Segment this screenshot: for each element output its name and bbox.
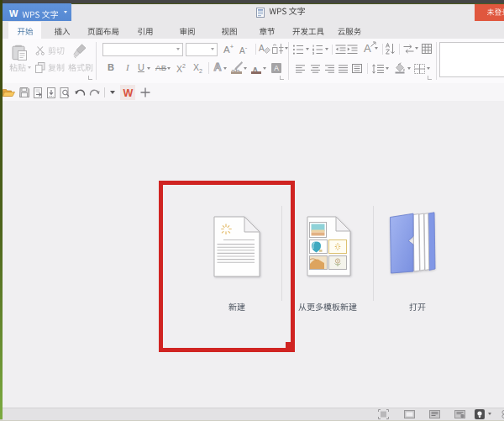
undo-icon[interactable] [75,88,86,97]
align-distribute-icon[interactable] [352,64,362,73]
increase-indent-icon[interactable] [347,45,358,55]
decrease-font-button[interactable]: A- [239,45,247,55]
app-tab-label: WPS 文字 [22,10,58,20]
draft-view-icon[interactable] [454,410,465,418]
clear-format-button[interactable]: A [259,44,270,55]
paste-button[interactable]: 粘贴 [7,44,34,74]
subscript-button[interactable]: X2 [193,63,202,74]
numbered-list-caret-icon[interactable] [325,48,328,50]
subscript-mark: 2 [199,68,202,74]
paste-label: 粘贴 [9,63,26,73]
highlight-pen-icon [233,61,243,71]
strikethrough-caret-icon[interactable] [167,67,171,70]
font-name-select[interactable] [102,43,183,56]
document-tab-label: W [123,87,133,99]
paragraph-marks-icon[interactable] [403,45,414,54]
text-effects-button[interactable]: A [213,62,223,73]
underline-button[interactable]: U [138,63,144,72]
font-size-caret-icon[interactable] [211,48,214,50]
outline-view-icon[interactable] [429,410,440,418]
paragraph-dialog-launcher[interactable] [428,76,432,80]
copy-button[interactable]: 复制 [35,62,66,74]
align-right-icon[interactable] [325,65,334,73]
save-icon[interactable] [19,87,29,97]
decrease-font-label: A [239,46,245,55]
tab-home[interactable]: 开始 [8,22,41,39]
zoom-control-partial-icon[interactable] [500,410,504,418]
toolbar-caret-icon[interactable] [110,91,115,94]
fit-page-icon[interactable] [378,409,389,419]
highlight-rectangle [159,181,295,352]
line-spacing-icon[interactable] [372,64,384,74]
char-shading-button[interactable]: A [271,63,281,73]
increase-font-sign: + [230,43,234,50]
shading-bucket-icon[interactable] [393,62,407,74]
eye-protect-button[interactable] [475,409,485,419]
borders-icon[interactable] [414,64,425,74]
text-effects-caret-icon[interactable] [223,67,227,70]
align-justify-icon[interactable] [339,65,348,73]
paragraph-marks-caret-icon[interactable] [415,47,418,50]
highlight-caret-icon[interactable] [244,67,247,70]
line-spacing-caret-icon[interactable] [386,67,389,70]
small-separator [399,44,400,55]
sort-icon[interactable] [386,43,396,55]
font-name-caret-icon[interactable] [176,48,180,50]
superscript-button[interactable]: X2 [176,63,186,73]
print-preview-icon[interactable] [60,87,71,98]
app-tab-caret-icon[interactable] [64,11,67,13]
document-tab[interactable]: W [120,85,135,100]
bold-button[interactable]: B [108,63,114,72]
table-grid-icon[interactable] [422,44,432,54]
shading-bucket-caret-icon[interactable] [407,67,411,70]
tab-page-layout[interactable]: 页面布局 [87,27,119,36]
borders-caret-icon[interactable] [427,67,430,70]
eye-protect-caret-icon[interactable] [488,413,491,415]
decrease-indent-icon[interactable] [335,45,346,55]
tab-insert[interactable]: 插入 [55,27,71,36]
tab-review[interactable]: 审阅 [180,27,196,36]
numbered-list-icon[interactable] [312,45,323,55]
tab-references[interactable]: 引用 [137,27,153,36]
cut-button[interactable]: 剪切 [35,45,66,56]
font-color-button[interactable]: A [251,62,261,74]
pinyin-guide-button[interactable] [271,43,285,55]
font-dialog-launcher[interactable] [280,76,284,80]
print-icon[interactable] [46,87,57,98]
italic-button[interactable]: I [126,63,129,72]
open-folder-icon[interactable] [3,87,15,97]
plus-icon [139,87,151,98]
small-separator [255,44,256,55]
templates-label[interactable]: 从更多模板新建 [298,303,357,313]
tab-view[interactable]: 视图 [221,27,237,36]
app-tab[interactable]: W WPS 文字 [3,3,71,21]
export-pdf-icon[interactable] [33,87,44,98]
tab-section[interactable]: 章节 [260,27,276,36]
image-view-icon[interactable] [404,410,415,418]
login-button[interactable]: 未登录 [475,4,504,22]
font-size-select[interactable] [186,43,218,56]
highlight-bar-icon [231,71,242,74]
open-label[interactable]: 打开 [409,303,426,313]
superscript-base: X [176,64,182,74]
redo-icon[interactable] [89,88,100,97]
increase-font-button[interactable]: A+ [223,44,234,55]
bullet-list-icon[interactable] [293,45,303,55]
align-center-icon[interactable] [311,65,320,73]
styles-gallery[interactable] [439,42,504,77]
tab-cloud[interactable]: 云服务 [338,27,362,36]
small-separator [208,62,209,74]
highlight-button[interactable]: ab [231,62,242,74]
clipboard-dialog-launcher[interactable] [88,76,92,80]
tab-developer[interactable]: 开发工具 [292,27,324,36]
strikethrough-button[interactable]: AB [155,64,166,72]
new-document-tab-button[interactable] [139,87,151,98]
underline-caret-icon[interactable] [147,67,150,70]
word-tools-caret-icon[interactable] [375,47,378,50]
font-color-caret-icon[interactable] [263,67,266,70]
bullet-list-caret-icon[interactable] [306,48,309,50]
word-tools-button[interactable]: A [364,43,371,54]
templates-icon [307,216,351,276]
format-painter-button[interactable]: 格式刷 [67,43,96,74]
align-left-icon[interactable] [296,65,305,73]
